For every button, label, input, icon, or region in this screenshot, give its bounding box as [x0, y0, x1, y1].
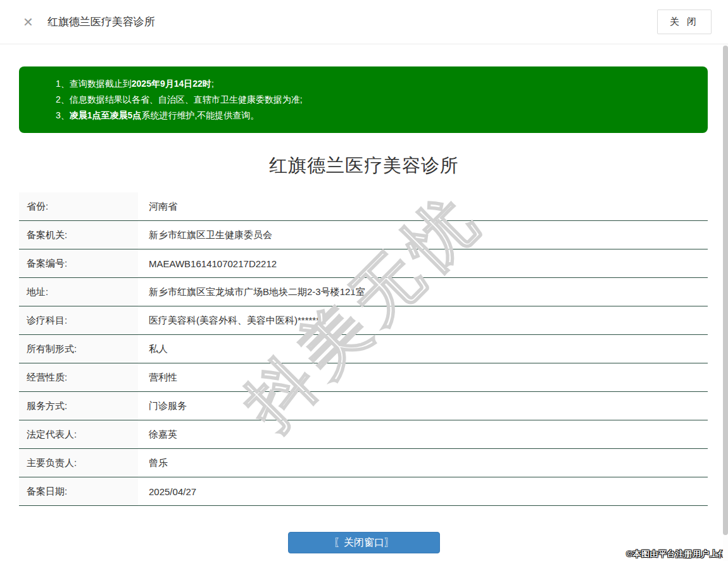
- footer-button-area: 〖关闭窗口〗: [0, 532, 728, 553]
- row-value: 河南省: [138, 192, 708, 220]
- table-row: 所有制形式: 私人: [19, 335, 708, 363]
- row-label: 地址:: [19, 278, 138, 306]
- row-label: 备案机关:: [19, 221, 138, 249]
- close-x-icon[interactable]: ✕: [23, 16, 34, 28]
- row-value: 新乡市红旗区卫生健康委员会: [138, 221, 708, 249]
- notice-line-text: 查询数据截止到: [70, 79, 132, 89]
- table-row: 备案编号: MAEAWB16141070217D2212: [19, 249, 708, 278]
- table-row: 地址: 新乡市红旗区宝龙城市广场B地块二期2-3号楼121室: [19, 278, 708, 306]
- notice-banner: 1、查询数据截止到2025年9月14日22时; 2、信息数据结果以各省、自治区、…: [19, 66, 708, 133]
- window-title: 红旗德兰医疗美容诊所: [47, 15, 155, 29]
- row-label: 主要负责人:: [19, 449, 138, 477]
- notice-line-text-post: 系统进行维护,不能提供查询。: [141, 110, 259, 120]
- close-button[interactable]: 关 闭: [657, 9, 712, 34]
- row-value: 私人: [138, 335, 708, 363]
- row-value: 曾乐: [138, 449, 708, 477]
- table-row: 诊疗科目: 医疗美容科(美容外科、美容中医科)******: [19, 306, 708, 335]
- row-value: MAEAWB16141070217D2212: [138, 249, 708, 277]
- scrollbar-track[interactable]: [723, 44, 728, 561]
- row-label: 服务方式:: [19, 392, 138, 420]
- notice-line-number: 1、: [56, 79, 70, 89]
- notice-line-number: 2、: [56, 94, 70, 104]
- table-row: 经营性质: 营利性: [19, 363, 708, 392]
- notice-line-number: 3、: [56, 110, 70, 120]
- clinic-title: 红旗德兰医疗美容诊所: [0, 153, 728, 179]
- info-table: 省份: 河南省 备案机关: 新乡市红旗区卫生健康委员会 备案编号: MAEAWB…: [19, 192, 708, 506]
- row-value: 营利性: [138, 363, 708, 391]
- row-value: 医疗美容科(美容外科、美容中医科)******: [138, 306, 708, 334]
- row-label: 省份:: [19, 192, 138, 220]
- notice-line-text-post: ;: [211, 79, 214, 89]
- copyright-watermark: ©本图由平台注册用户上传: [626, 548, 727, 560]
- page: ✕ 红旗德兰医疗美容诊所 关 闭 1、查询数据截止到2025年9月14日22时;…: [0, 0, 728, 561]
- row-value: 门诊服务: [138, 392, 708, 420]
- row-label: 备案日期:: [19, 477, 138, 505]
- notice-line-bold: 凌晨1点至凌晨5点: [70, 110, 142, 120]
- row-label: 备案编号:: [19, 249, 138, 277]
- row-label: 法定代表人:: [19, 420, 138, 448]
- notice-line-bold: 2025年9月14日22时: [132, 79, 211, 89]
- row-label: 诊疗科目:: [19, 306, 138, 334]
- table-row: 备案日期: 2025/04/27: [19, 477, 708, 506]
- row-label: 所有制形式:: [19, 335, 138, 363]
- table-row: 备案机关: 新乡市红旗区卫生健康委员会: [19, 221, 708, 249]
- table-row: 省份: 河南省: [19, 192, 708, 221]
- notice-line: 1、查询数据截止到2025年9月14日22时;: [56, 76, 695, 92]
- row-value: 徐嘉英: [138, 420, 708, 448]
- window-header: ✕ 红旗德兰医疗美容诊所 关 闭: [0, 0, 728, 44]
- notice-line: 2、信息数据结果以各省、自治区、直辖市卫生健康委数据为准;: [56, 92, 695, 108]
- notice-line: 3、凌晨1点至凌晨5点系统进行维护,不能提供查询。: [56, 108, 695, 123]
- table-row: 法定代表人: 徐嘉英: [19, 420, 708, 449]
- row-value: 新乡市红旗区宝龙城市广场B地块二期2-3号楼121室: [138, 278, 708, 306]
- notice-line-text: 信息数据结果以各省、自治区、直辖市卫生健康委数据为准;: [70, 94, 303, 104]
- row-value: 2025/04/27: [138, 477, 708, 505]
- table-row: 主要负责人: 曾乐: [19, 449, 708, 477]
- table-row: 服务方式: 门诊服务: [19, 392, 708, 420]
- row-label: 经营性质:: [19, 363, 138, 391]
- scrollbar-thumb[interactable]: [723, 46, 728, 535]
- close-window-button[interactable]: 〖关闭窗口〗: [288, 532, 440, 553]
